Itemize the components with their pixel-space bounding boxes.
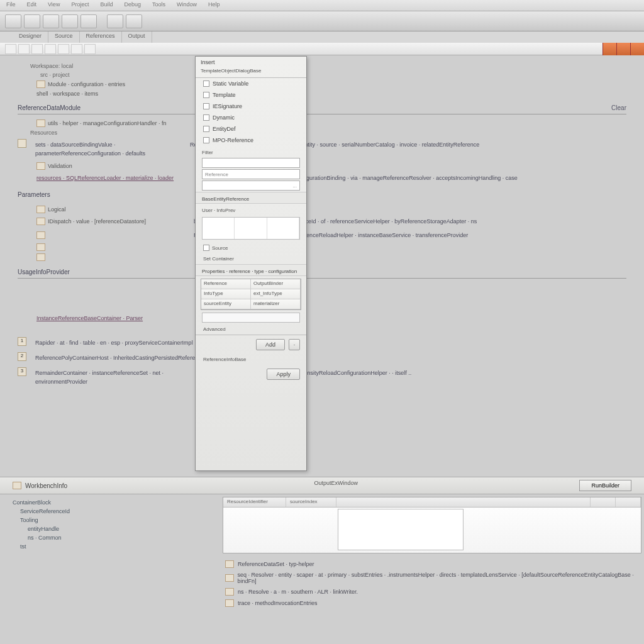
tab-designer[interactable]: Designer: [13, 31, 48, 43]
menu-file[interactable]: File: [6, 1, 16, 9]
checkbox-icon[interactable]: [203, 245, 209, 251]
apply-button[interactable]: Apply: [267, 369, 300, 380]
col-header[interactable]: [336, 497, 591, 507]
checkbox-icon[interactable]: [203, 137, 209, 143]
tree-item[interactable]: tst: [13, 542, 208, 551]
tree-item-2[interactable]: shell · workspace · items: [18, 89, 626, 98]
row-label: Logical: [48, 206, 66, 213]
doc-btn-3[interactable]: [31, 44, 43, 54]
doc-btn-4[interactable]: [45, 44, 56, 54]
tree-item[interactable]: Tooling: [13, 516, 208, 525]
extra-field[interactable]: [202, 313, 300, 323]
link-label[interactable]: resources · SQLReferenceLoader · materia…: [36, 175, 187, 181]
center-title: OutputExWindow: [289, 480, 358, 491]
opt-entitydef[interactable]: EntityDef: [196, 123, 306, 135]
opt-dynamic[interactable]: Dynamic: [196, 112, 306, 123]
tree-item[interactable]: ServiceReferenceId: [13, 507, 208, 516]
row-empty1: ReferencedDataContingentSet · engineRefe…: [18, 228, 626, 242]
opt-source[interactable]: Source: [196, 242, 306, 253]
menu-view[interactable]: View: [48, 1, 60, 9]
panel-icon: [13, 482, 21, 489]
link-label[interactable]: InstanceReferenceBaseContainer · Parser: [36, 315, 143, 321]
cell: sourceEntity: [201, 299, 251, 309]
menu-build[interactable]: Build: [100, 1, 113, 9]
menu-window[interactable]: Window: [177, 1, 197, 9]
col-header[interactable]: [591, 497, 616, 507]
item-icon: [36, 243, 45, 251]
checkbox-icon[interactable]: [203, 114, 209, 121]
row-validation[interactable]: Validation: [18, 161, 626, 171]
doc-btn-5[interactable]: [58, 44, 69, 54]
run-button[interactable]: RunBuilder: [579, 480, 631, 491]
section-parameters: Parameters: [18, 189, 626, 201]
close-btn[interactable]: [630, 43, 644, 55]
field-combo[interactable]: Reference: [202, 169, 300, 179]
checkbox-icon[interactable]: [203, 103, 209, 109]
opt-template[interactable]: Template: [196, 89, 306, 101]
minimize-btn[interactable]: [602, 43, 616, 55]
tree-item[interactable]: ns · Common: [13, 533, 208, 542]
opt-container[interactable]: Set Container: [196, 253, 306, 264]
tree-item-1[interactable]: Module · configuration · entries: [18, 79, 626, 89]
checkbox-icon[interactable]: [203, 92, 209, 98]
toolbar-btn-7[interactable]: [126, 14, 142, 28]
bottom-panel: WorkbenchInfo OutputExWindow RunBuilder …: [0, 477, 644, 644]
filter-input[interactable]: [202, 158, 300, 168]
dropdown-button[interactable]: ·: [289, 339, 300, 350]
section-reference: ReferenceDataModule Clear: [18, 102, 626, 114]
row-container-link[interactable]: InstanceReferenceBaseContainer · Parser: [18, 314, 626, 323]
opt-label: Set Container: [203, 256, 234, 262]
maximize-btn[interactable]: [616, 43, 630, 55]
tree-item[interactable]: ContainerBlock: [13, 498, 208, 507]
toolbar-btn-2[interactable]: [24, 14, 40, 28]
tab-output[interactable]: Output: [122, 31, 152, 43]
toolbar-btn-3[interactable]: [43, 14, 59, 28]
menu-tools[interactable]: Tools: [152, 1, 165, 9]
menu-project[interactable]: Project: [71, 1, 89, 9]
add-button[interactable]: Add: [256, 339, 285, 350]
bottom-header: WorkbenchInfo OutputExWindow RunBuilder: [0, 477, 644, 494]
clear-link[interactable]: Clear: [611, 104, 626, 111]
menu-help[interactable]: Help: [208, 1, 220, 9]
menu-debug[interactable]: Debug: [124, 1, 141, 9]
toolbar-btn-6[interactable]: [107, 14, 123, 28]
tab-source[interactable]: Source: [48, 31, 80, 43]
col-header[interactable]: [616, 497, 641, 507]
checkbox-icon[interactable]: [203, 126, 209, 132]
cell: materializer: [251, 299, 301, 309]
doc-btn-7[interactable]: [84, 44, 96, 54]
doc-btn-2[interactable]: [18, 44, 30, 54]
doc-btn-6[interactable]: [71, 44, 82, 54]
line-number: 3: [18, 367, 26, 376]
section-baseentity: BaseEntityReference: [196, 192, 306, 204]
table-row[interactable]: InfoTypeext_InfoType: [201, 289, 301, 299]
edit-cell[interactable]: [338, 509, 464, 550]
menu-edit[interactable]: Edit: [27, 1, 37, 9]
col-header[interactable]: ResourceIdentifier: [223, 497, 286, 507]
section-usage: UsageInfoProvider: [18, 266, 626, 279]
table-row[interactable]: sourceEntitymaterializer: [201, 299, 301, 309]
row-link[interactable]: resources · SQLReferenceLoader · materia…: [18, 171, 626, 185]
output-table: ResourceIdentifier sourceIndex: [223, 497, 641, 553]
output-line: ns · Resolve · a · m · southern · ALR · …: [225, 586, 639, 597]
doc-btn-1[interactable]: [5, 44, 16, 54]
opt-label: Template: [213, 92, 236, 98]
browse-field[interactable]: ...: [202, 180, 300, 191]
advanced-link[interactable]: Advanced: [196, 324, 306, 335]
row-dispatch[interactable]: IDispatch · value · [referenceDatastore]…: [18, 214, 626, 228]
tree-item[interactable]: entityHandle: [13, 525, 208, 533]
toolbar-btn-5[interactable]: [80, 14, 97, 28]
tab-references[interactable]: References: [80, 31, 122, 43]
toolbar-btn-1[interactable]: [5, 14, 21, 28]
opt-signature[interactable]: IESignature: [196, 101, 306, 112]
toolbar-btn-4[interactable]: [62, 14, 78, 28]
checkbox-icon[interactable]: [203, 80, 209, 87]
row-utils[interactable]: utils · helper · manageConfigurationHand…: [18, 118, 626, 128]
opt-static[interactable]: Static Variable: [196, 78, 306, 89]
row-logical[interactable]: Logical: [18, 204, 626, 214]
opt-mpo[interactable]: MPO-Reference: [196, 135, 306, 146]
cell: InfoType: [201, 289, 251, 299]
section-title: Parameters: [18, 191, 50, 198]
col-header[interactable]: sourceIndex: [286, 497, 336, 507]
table-row[interactable]: ReferenceOutputBinder: [201, 279, 301, 289]
